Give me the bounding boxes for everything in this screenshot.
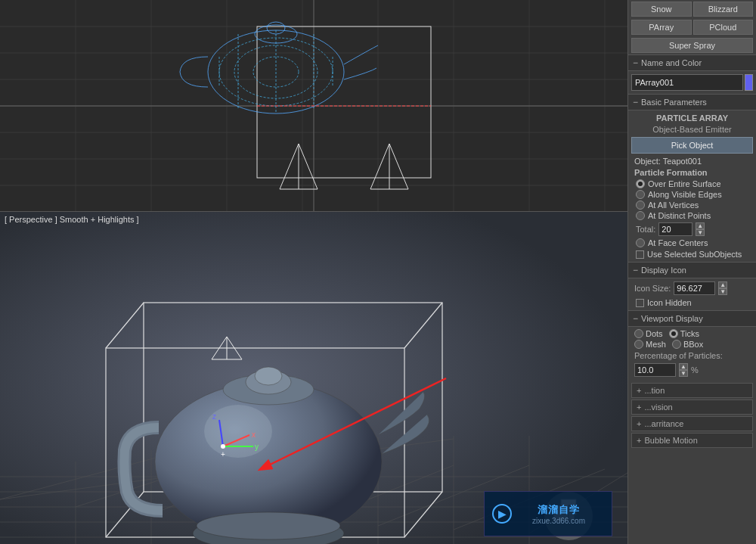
total-label: Total:: [636, 225, 655, 234]
name-color-label: Name and Color: [641, 58, 702, 67]
particle-formation-label: Particle Formation: [631, 166, 753, 179]
object-display-label: Object: Teapot001: [631, 156, 753, 166]
pct-symbol: %: [691, 365, 699, 375]
ticks-label: Ticks: [680, 329, 699, 338]
svg-text:y: y: [255, 443, 259, 451]
use-selected-subobjects-checkbox[interactable]: [636, 250, 644, 259]
mesh-bbox-row: Mesh BBox: [631, 339, 753, 350]
basic-params-header[interactable]: − Basic Parameters: [628, 94, 756, 110]
icon-size-label: Icon Size:: [634, 284, 671, 293]
super-spray-button[interactable]: Super Spray: [631, 38, 753, 53]
object-name-input[interactable]: [631, 74, 743, 91]
division-label: ...vision: [644, 403, 672, 412]
icon-size-spin-up[interactable]: ▲: [718, 281, 727, 288]
radio-at-all-vertices[interactable]: At All Vertices: [631, 200, 753, 210]
pick-object-button[interactable]: Pick Object: [631, 137, 753, 154]
pct-row: ▲ ▼ %: [631, 362, 753, 378]
radio-at-face-centers[interactable]: At Face Centers: [631, 238, 753, 248]
bubble-motion-section[interactable]: + Bubble Motion: [631, 433, 753, 448]
use-selected-subobjects-label: Use Selected SubObjects: [647, 250, 742, 259]
display-icon-header[interactable]: − Display Icon: [628, 262, 756, 278]
name-color-body: [628, 71, 756, 94]
bubble-motion-label: Bubble Motion: [644, 436, 697, 445]
name-color-collapse[interactable]: −: [633, 58, 638, 68]
bottom-viewport: x y z +: [0, 212, 627, 544]
blizzard-button[interactable]: Blizzard: [693, 2, 754, 17]
arritance-section[interactable]: + ...arritance: [631, 416, 753, 431]
pct-spin-down[interactable]: ▼: [679, 370, 688, 377]
basic-params-label: Basic Parameters: [641, 98, 707, 107]
mesh-radio-pair[interactable]: Mesh: [634, 340, 666, 349]
particle-array-title: PARTICLE ARRAY: [631, 112, 753, 124]
ticks-radio-pair[interactable]: Ticks: [669, 329, 699, 338]
svg-text:z: z: [212, 412, 216, 421]
pct-spinner[interactable]: ▲ ▼: [679, 363, 688, 377]
radio-over-entire-surface[interactable]: Over Entire Surface: [631, 179, 753, 189]
svg-point-66: [255, 367, 282, 385]
pct-label-text: Percentage of Particles:: [631, 350, 753, 362]
radio-at-distinct-points[interactable]: At Distinct Points: [631, 210, 753, 221]
dots-radio-dot[interactable]: [634, 329, 643, 338]
collapsed-sections: + ...tion + ...vision + ...arritance + B…: [628, 380, 756, 451]
arritance-label: ...arritance: [644, 419, 683, 428]
pct-spin-up[interactable]: ▲: [679, 363, 688, 370]
watermark-text-top: 溜溜自学: [538, 503, 580, 517]
pcloud-button[interactable]: PCloud: [693, 20, 754, 35]
viewport-label: [ Perspective ] Smooth + Highlights ]: [5, 215, 139, 224]
bubble-motion-collapse-icon: +: [637, 436, 641, 445]
radio-over-entire-surface-label: Over Entire Surface: [648, 179, 721, 188]
icon-size-input[interactable]: [674, 281, 715, 295]
total-spin-up[interactable]: ▲: [696, 222, 705, 229]
watermark: ▶ 溜溜自学 zixue.3d66.com: [484, 491, 612, 536]
icon-size-row: Icon Size: ▲ ▼: [631, 280, 753, 297]
particle-buttons-row2: PArray PCloud: [628, 18, 756, 36]
radio-at-face-centers-dot[interactable]: [636, 238, 645, 247]
dots-label: Dots: [646, 329, 663, 338]
dots-ticks-row: Dots Ticks: [631, 328, 753, 339]
parray-button[interactable]: PArray: [631, 20, 692, 35]
motion-section[interactable]: + ...tion: [631, 383, 753, 398]
viewport-display-collapse[interactable]: −: [633, 313, 638, 324]
motion-label: ...tion: [644, 386, 665, 395]
checkbox-use-selected-subobjects[interactable]: Use Selected SubObjects: [631, 248, 753, 260]
icon-hidden-checkbox[interactable]: [636, 299, 644, 307]
viewport-display-label: Viewport Display: [641, 314, 703, 323]
viewport-display-header[interactable]: − Viewport Display: [628, 310, 756, 327]
mesh-label: Mesh: [646, 340, 666, 349]
radio-along-visible-edges-dot[interactable]: [636, 190, 645, 199]
bbox-radio-pair[interactable]: BBox: [672, 340, 703, 349]
radio-over-entire-surface-dot[interactable]: [636, 179, 645, 188]
radio-along-visible-edges[interactable]: Along Visible Edges: [631, 189, 753, 200]
ticks-radio-dot[interactable]: [669, 329, 678, 338]
total-spinner[interactable]: ▲ ▼: [696, 222, 705, 236]
dots-radio-pair[interactable]: Dots: [634, 329, 663, 338]
watermark-text-bottom: zixue.3d66.com: [532, 517, 585, 525]
icon-size-spinner[interactable]: ▲ ▼: [718, 281, 727, 295]
pct-input[interactable]: [634, 363, 676, 377]
bbox-radio-dot[interactable]: [672, 340, 681, 349]
bbox-label: BBox: [683, 340, 703, 349]
radio-at-all-vertices-dot[interactable]: [636, 201, 645, 210]
radio-at-face-centers-label: At Face Centers: [648, 238, 708, 247]
name-color-header[interactable]: − Name and Color: [628, 54, 756, 71]
display-icon-label: Display Icon: [641, 266, 686, 275]
division-section[interactable]: + ...vision: [631, 399, 753, 415]
svg-text:x: x: [252, 431, 256, 439]
radio-along-visible-edges-label: Along Visible Edges: [648, 190, 722, 199]
basic-params-collapse[interactable]: −: [633, 97, 638, 107]
basic-params-body: PARTICLE ARRAY Object-Based Emitter Pick…: [628, 110, 756, 262]
watermark-icon: ▶: [492, 504, 512, 524]
arritance-collapse-icon: +: [637, 419, 641, 428]
particle-buttons-row1: Snow Blizzard: [628, 0, 756, 18]
total-input[interactable]: [658, 222, 692, 236]
mesh-radio-dot[interactable]: [634, 340, 643, 349]
total-spin-down[interactable]: ▼: [696, 229, 705, 236]
name-input-row: [631, 74, 753, 91]
color-swatch[interactable]: [745, 74, 753, 91]
icon-size-spin-down[interactable]: ▼: [718, 288, 727, 295]
display-icon-collapse[interactable]: −: [633, 265, 638, 275]
viewport-display-body: Dots Ticks Mesh BBox Percentage of Parti…: [628, 327, 756, 380]
icon-hidden-row[interactable]: Icon Hidden: [631, 297, 753, 309]
snow-button[interactable]: Snow: [631, 2, 692, 17]
radio-at-distinct-points-dot[interactable]: [636, 211, 645, 220]
